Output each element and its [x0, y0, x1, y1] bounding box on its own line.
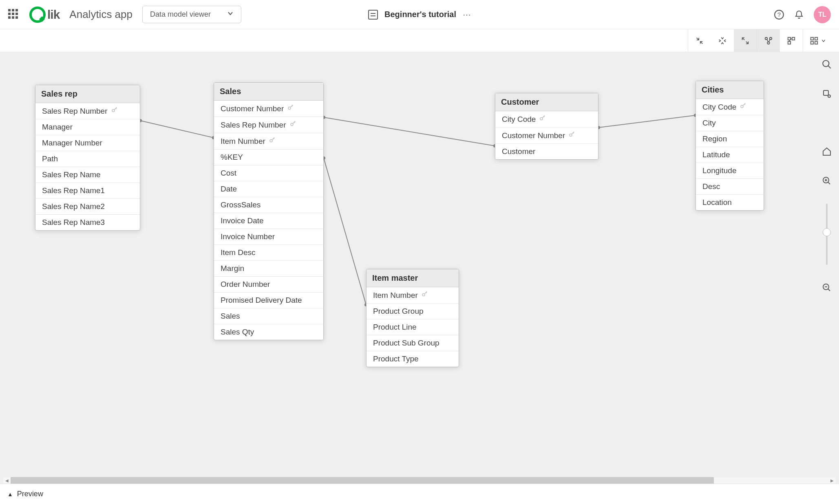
field-item[interactable]: Customer Number: [495, 128, 598, 144]
field-item[interactable]: Order Number: [214, 277, 323, 293]
zoom-slider-thumb[interactable]: [823, 228, 831, 236]
zoom-in-icon[interactable]: [820, 174, 833, 187]
field-item[interactable]: Date: [214, 181, 323, 197]
field-item[interactable]: Manager Number: [35, 135, 140, 151]
field-item[interactable]: Sales: [214, 308, 323, 324]
preview-bar[interactable]: ▲ Preview: [0, 484, 839, 504]
field-item[interactable]: Sales Rep Name2: [35, 199, 140, 215]
field-name: Customer: [502, 147, 535, 156]
user-avatar[interactable]: TL: [814, 6, 831, 23]
internal-view-icon[interactable]: [757, 29, 780, 52]
qlik-logo[interactable]: lik: [29, 7, 60, 23]
field-name: Item Number: [373, 291, 418, 300]
collapse-in-icon[interactable]: [688, 29, 711, 52]
field-name: Cost: [221, 169, 236, 178]
key-icon: [111, 106, 118, 116]
field-name: Manager: [42, 123, 73, 132]
field-item[interactable]: Sales Rep Name: [35, 167, 140, 183]
app-launcher-icon[interactable]: [8, 9, 20, 20]
field-item[interactable]: Manager: [35, 119, 140, 135]
svg-point-30: [570, 134, 572, 136]
table-cities[interactable]: Cities City CodeCityRegionLatitudeLongit…: [695, 81, 764, 211]
help-icon[interactable]: ?: [774, 9, 784, 20]
field-item[interactable]: %KEY: [214, 150, 323, 165]
data-model-canvas[interactable]: Sales rep Sales Rep NumberManagerManager…: [0, 52, 839, 484]
svg-point-24: [112, 110, 115, 112]
key-icon: [289, 120, 297, 130]
home-icon[interactable]: [820, 145, 833, 158]
field-item[interactable]: Invoice Number: [214, 229, 323, 245]
scroll-right-arrow[interactable]: ▶: [828, 478, 836, 483]
table-header[interactable]: Sales: [214, 83, 323, 101]
field-item[interactable]: Invoice Date: [214, 213, 323, 229]
field-item[interactable]: Region: [696, 131, 764, 147]
field-name: Date: [221, 185, 237, 194]
search-icon[interactable]: [820, 58, 833, 71]
collapse-mid-icon[interactable]: [711, 29, 734, 52]
table-item-master[interactable]: Item master Item NumberProduct GroupProd…: [366, 269, 459, 367]
field-item[interactable]: Customer Number: [214, 101, 323, 117]
field-item[interactable]: Promised Delivery Date: [214, 293, 323, 308]
scroll-left-arrow[interactable]: ◀: [3, 478, 11, 483]
field-name: Sales Rep Name2: [42, 202, 105, 211]
zoom-slider[interactable]: [826, 204, 828, 265]
field-item[interactable]: Product Group: [367, 304, 459, 319]
field-item[interactable]: Product Sub Group: [367, 335, 459, 351]
field-item[interactable]: Cost: [214, 165, 323, 181]
field-name: Sales Rep Name: [42, 170, 101, 179]
svg-rect-6: [792, 37, 795, 40]
field-item[interactable]: Longitude: [696, 163, 764, 179]
svg-point-26: [291, 123, 293, 126]
zoom-out-icon[interactable]: [820, 281, 833, 294]
table-sales[interactable]: Sales Customer NumberSales Rep NumberIte…: [214, 82, 324, 340]
field-item[interactable]: Sales Rep Number: [214, 117, 323, 133]
notifications-icon[interactable]: [794, 10, 804, 20]
field-item[interactable]: City: [696, 115, 764, 131]
field-item[interactable]: Item Number: [367, 287, 459, 304]
field-item[interactable]: Item Number: [214, 133, 323, 150]
logo-text: lik: [47, 8, 60, 22]
field-item[interactable]: Product Type: [367, 351, 459, 367]
scroll-track[interactable]: [11, 477, 828, 484]
field-item[interactable]: Sales Qty: [214, 324, 323, 340]
key-icon: [539, 114, 546, 124]
table-header[interactable]: Customer: [495, 93, 598, 111]
more-options-icon[interactable]: ⋯: [463, 10, 471, 20]
field-item[interactable]: Margin: [214, 261, 323, 277]
table-customer[interactable]: Customer City CodeCustomer NumberCustome…: [495, 93, 598, 160]
field-item[interactable]: Location: [696, 195, 764, 210]
view-selector-dropdown[interactable]: Data model viewer: [142, 6, 241, 23]
svg-line-12: [140, 121, 214, 138]
field-item[interactable]: Customer: [495, 144, 598, 159]
expand-out-icon[interactable]: [734, 29, 757, 52]
table-header[interactable]: Sales rep: [35, 85, 140, 103]
sheet-icon[interactable]: [368, 10, 378, 20]
logo-q-icon: [29, 7, 46, 23]
table-header[interactable]: Item master: [367, 269, 459, 287]
scroll-thumb[interactable]: [11, 477, 714, 484]
grid-menu-icon[interactable]: [803, 29, 832, 52]
field-item[interactable]: City Code: [495, 111, 598, 128]
field-item[interactable]: Desc: [696, 179, 764, 195]
field-item[interactable]: Product Line: [367, 319, 459, 335]
field-item[interactable]: Sales Rep Name3: [35, 215, 140, 230]
field-item[interactable]: Item Desc: [214, 245, 323, 261]
svg-point-4: [767, 42, 770, 44]
field-name: City: [702, 119, 716, 128]
preview-toggle-icon[interactable]: ▲: [7, 491, 13, 497]
field-item[interactable]: Sales Rep Number: [35, 103, 140, 119]
field-item[interactable]: Sales Rep Name1: [35, 183, 140, 199]
field-item[interactable]: GrossSales: [214, 197, 323, 213]
field-item[interactable]: Latitude: [696, 147, 764, 163]
table-header[interactable]: Cities: [696, 81, 764, 99]
table-sales-rep[interactable]: Sales rep Sales Rep NumberManagerManager…: [35, 85, 140, 231]
layout-grid-icon[interactable]: [780, 29, 803, 52]
field-item[interactable]: City Code: [696, 99, 764, 115]
canvas-tools-rail: [820, 58, 833, 294]
field-item[interactable]: Path: [35, 151, 140, 167]
svg-rect-8: [811, 37, 813, 40]
svg-point-35: [828, 95, 830, 97]
field-name: Product Sub Group: [373, 339, 439, 348]
horizontal-scrollbar[interactable]: ◀ ▶: [3, 477, 836, 484]
locate-icon[interactable]: [820, 87, 833, 100]
